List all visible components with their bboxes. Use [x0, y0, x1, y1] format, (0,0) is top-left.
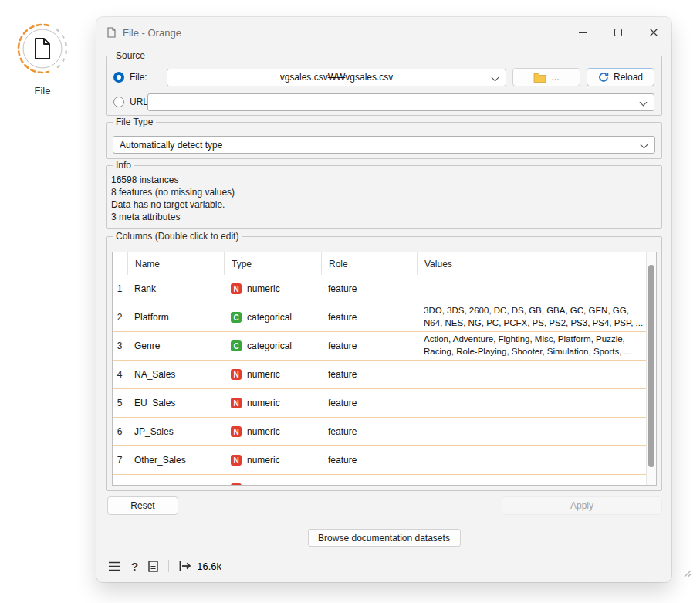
cell-type[interactable]: Nnumeric	[224, 446, 321, 474]
cell-values[interactable]	[417, 446, 646, 474]
vertical-scrollbar[interactable]	[646, 252, 656, 485]
numeric-type-icon: N	[231, 455, 242, 466]
file-radio-option[interactable]: File:	[113, 72, 167, 83]
file-path-combobox[interactable]: vgsales.csv₩₩vgsales.csv	[167, 69, 506, 86]
titlebar[interactable]: File - Orange	[96, 17, 671, 48]
apply-button[interactable]: Apply	[502, 496, 662, 515]
cell-role[interactable]: feature	[321, 275, 417, 303]
resize-grip-icon[interactable]	[682, 568, 692, 578]
column-header-values[interactable]: Values	[417, 252, 646, 275]
table-row[interactable]: 7Other_SalesNnumericfeature	[113, 446, 646, 475]
column-header-name[interactable]: Name	[127, 252, 224, 275]
menu-icon[interactable]	[108, 561, 121, 571]
row-number: 4	[113, 361, 127, 388]
cell-role[interactable]: feature	[321, 361, 417, 388]
cell-type[interactable]: Ccategorical	[224, 303, 321, 331]
cell-name[interactable]	[127, 475, 224, 485]
report-icon[interactable]	[148, 561, 158, 572]
cell-name[interactable]: Other_Sales	[127, 446, 224, 474]
cell-type[interactable]: Nnumeric	[224, 275, 321, 303]
cell-role[interactable]: feature	[321, 332, 417, 360]
table-row[interactable]: 3GenreCcategoricalfeatureAction, Adventu…	[113, 332, 646, 361]
columns-table-body: 1RankNnumericfeature2PlatformCcategorica…	[113, 275, 646, 485]
categorical-type-icon: C	[231, 312, 242, 323]
cell-name[interactable]: Platform	[127, 303, 224, 331]
table-row[interactable]: 5EU_SalesNnumericfeature	[113, 389, 646, 418]
columns-table-main: NameTypeRoleValues 1RankNnumericfeature2…	[113, 252, 646, 485]
file-type-legend: File Type	[113, 117, 156, 128]
source-legend: Source	[113, 50, 148, 62]
table-row[interactable]: 2PlatformCcategoricalfeature3DO, 3DS, 26…	[113, 303, 646, 332]
cell-name[interactable]: Rank	[127, 275, 224, 303]
columns-legend: Columns (Double click to edit)	[113, 231, 242, 242]
table-row[interactable]: 6JP_SalesNnumericfeature	[113, 418, 646, 446]
file-type-groupbox: File Type Automatically detect type	[106, 122, 662, 159]
cell-name[interactable]: Genre	[127, 332, 224, 360]
columns-header-row: NameTypeRoleValues	[113, 252, 646, 275]
file-widget-icon[interactable]	[12, 18, 73, 80]
maximize-icon	[614, 29, 622, 36]
cell-name[interactable]: EU_Sales	[127, 389, 224, 417]
cell-values[interactable]	[417, 361, 646, 388]
values-text: 3DO, 3DS, 2600, DC, DS, GB, GBA, GC, GEN…	[424, 305, 644, 329]
browse-file-button[interactable]: ...	[512, 68, 580, 86]
columns-groupbox: Columns (Double click to edit) NameTypeR…	[106, 236, 662, 491]
cell-role[interactable]	[321, 475, 417, 485]
cell-role[interactable]: feature	[321, 389, 417, 417]
file-widget-node[interactable]: File	[12, 18, 73, 97]
reset-button[interactable]: Reset	[107, 496, 178, 515]
cell-values[interactable]: Action, Adventure, Fighting, Misc, Platf…	[417, 332, 646, 360]
categorical-type-icon: C	[231, 340, 242, 351]
chevron-down-icon	[640, 98, 648, 106]
maximize-button[interactable]	[600, 17, 636, 48]
cell-name[interactable]: NA_Sales	[127, 361, 224, 388]
numeric-type-icon: N	[231, 483, 242, 485]
table-row[interactable]: 1RankNnumericfeature	[113, 275, 646, 303]
row-number: 1	[113, 275, 127, 303]
scrollbar-thumb[interactable]	[648, 265, 654, 467]
minimize-button[interactable]	[565, 17, 600, 48]
apply-label: Apply	[570, 500, 593, 511]
file-radio-button[interactable]	[113, 72, 124, 83]
cell-type[interactable]: Nnumeric	[224, 389, 321, 417]
cell-type[interactable]: N	[224, 475, 321, 485]
help-icon[interactable]: ?	[131, 560, 138, 573]
window-icon	[107, 27, 116, 38]
cell-values[interactable]	[417, 418, 646, 445]
file-dialog: File - Orange Source File: vgsales.c	[96, 17, 671, 582]
reload-label: Reload	[614, 72, 643, 83]
cell-role[interactable]: feature	[321, 418, 417, 445]
cell-values[interactable]: 3DO, 3DS, 2600, DC, DS, GB, GBA, GC, GEN…	[417, 303, 646, 331]
column-header-role[interactable]: Role	[321, 252, 417, 275]
cell-type[interactable]: Nnumeric	[224, 361, 321, 388]
file-widget-label: File	[12, 85, 73, 97]
url-radio-option[interactable]: URL:	[113, 97, 147, 107]
cell-type[interactable]: Ccategorical	[224, 332, 321, 360]
browse-documentation-button[interactable]: Browse documentation datasets	[308, 529, 461, 547]
info-line: 16598 instances	[111, 174, 655, 186]
url-radio-button[interactable]	[113, 97, 124, 107]
folder-icon	[533, 73, 546, 83]
info-line: 8 features (no missing values)	[111, 186, 655, 198]
info-line: 3 meta attributes	[111, 211, 655, 223]
cell-type[interactable]: Nnumeric	[224, 418, 321, 445]
cell-role[interactable]: feature	[321, 303, 417, 331]
close-button[interactable]	[636, 17, 671, 48]
cell-role[interactable]: feature	[321, 446, 417, 474]
cell-name[interactable]: JP_Sales	[127, 418, 224, 445]
cell-values[interactable]	[417, 389, 646, 417]
file-type-combobox[interactable]: Automatically detect type	[113, 136, 655, 154]
file-source-row: File: vgsales.csv₩₩vgsales.csv ... Reloa…	[113, 68, 654, 86]
table-row[interactable]: 4NA_SalesNnumericfeature	[113, 361, 646, 389]
type-label: numeric	[247, 369, 280, 380]
column-header-type[interactable]: Type	[224, 252, 321, 275]
reset-label: Reset	[130, 500, 154, 511]
row-number: 6	[113, 418, 127, 445]
cell-values[interactable]	[417, 475, 646, 485]
reload-button[interactable]: Reload	[587, 68, 654, 86]
window-title: File - Orange	[123, 27, 181, 39]
file-type-value: Automatically detect type	[120, 140, 222, 151]
table-row[interactable]: 8N	[113, 475, 646, 485]
url-combobox[interactable]	[147, 93, 654, 111]
cell-values[interactable]	[417, 275, 646, 303]
